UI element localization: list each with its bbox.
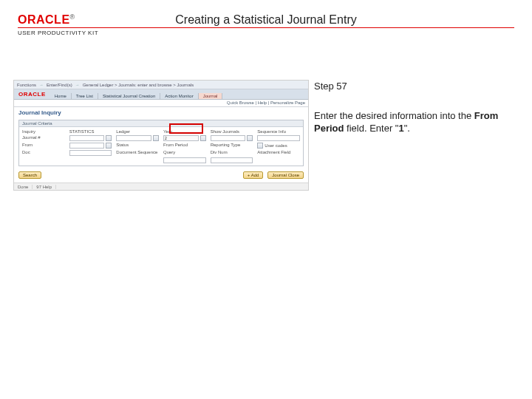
breadcrumb: Functions → Enter/Find(s) → General Ledg… bbox=[14, 81, 308, 89]
lbl-doc-seq: Document Sequence bbox=[116, 150, 159, 156]
criteria-block-header: Journal Criteria bbox=[19, 120, 303, 127]
journal-input[interactable] bbox=[69, 135, 105, 141]
browser-status-bar: Done 97 Help bbox=[14, 183, 308, 190]
add-fav-button[interactable]: + Add bbox=[243, 171, 264, 179]
crumb-sep2: → bbox=[75, 83, 80, 87]
tab-home[interactable]: Home bbox=[50, 93, 72, 99]
tab-action-monitor[interactable]: Action Monitor bbox=[160, 93, 198, 99]
app-footer: Search + Add Journal Close bbox=[14, 169, 308, 180]
instr-bold-value: 1 bbox=[398, 123, 403, 134]
instr-seg2: field. Enter " bbox=[344, 123, 398, 134]
doc-input[interactable] bbox=[69, 150, 112, 156]
app-tabbar: ORACLE Home Tree List Statistical Journa… bbox=[14, 89, 308, 100]
journal-close-button[interactable]: Journal Close bbox=[267, 171, 304, 179]
instruction-text: Enter the desired information into the F… bbox=[314, 109, 514, 135]
app-page-title: Journal Inquiry bbox=[14, 107, 308, 118]
crumb-b: Enter/Find(s) bbox=[47, 83, 72, 87]
lbl-ledger: Ledger bbox=[116, 129, 159, 134]
crumb-a: Functions bbox=[17, 83, 36, 87]
tab-tree-list[interactable]: Tree List bbox=[72, 93, 98, 99]
instr-seg1: Enter the desired information into the bbox=[314, 110, 474, 121]
lbl-year: Year bbox=[163, 129, 206, 134]
instruction-panel: Step 57 Enter the desired information in… bbox=[314, 80, 514, 135]
lov-icon[interactable] bbox=[106, 135, 112, 141]
step-label: Step 57 bbox=[314, 80, 514, 93]
crumb-sep1: → bbox=[39, 83, 44, 87]
search-button[interactable]: Search bbox=[18, 171, 41, 179]
lov-icon[interactable] bbox=[247, 135, 253, 141]
brand-sub: USER PRODUCTIVITY KIT bbox=[18, 27, 514, 36]
lbl-div-num: Div Num bbox=[211, 150, 253, 156]
ledger-input[interactable] bbox=[116, 135, 151, 141]
instr-seg3: ". bbox=[404, 123, 410, 134]
from-input[interactable] bbox=[69, 143, 105, 149]
lbl-query: Query bbox=[163, 150, 206, 156]
lbl-doc: Doc bbox=[22, 150, 65, 156]
status-help: 97 Help bbox=[33, 185, 56, 189]
lbl-show-journals: Show Journals bbox=[211, 129, 253, 134]
lbl-inquiry: Inquiry bbox=[22, 129, 65, 134]
lov-icon[interactable] bbox=[153, 135, 159, 141]
div-num-input[interactable] bbox=[211, 157, 253, 163]
status-done: Done bbox=[14, 185, 33, 189]
lbl-attachment-field: Attachment Field bbox=[257, 150, 300, 156]
tab-journal[interactable]: Journal bbox=[199, 93, 223, 99]
app-screenshot: Functions → Enter/Find(s) → General Ledg… bbox=[13, 80, 309, 191]
lbl-reporting-type: Reporting Type bbox=[211, 143, 253, 149]
year-input[interactable]: 2 bbox=[163, 135, 199, 141]
app-util-links[interactable]: Quick Browse | Help | Personalize Page bbox=[14, 100, 308, 107]
lbl-from: From bbox=[22, 143, 65, 149]
lov-icon[interactable] bbox=[200, 135, 206, 141]
lbl-status: Status bbox=[116, 143, 159, 149]
lbl-user-codes: User codes bbox=[265, 143, 287, 148]
lbl-from-period: From Period bbox=[163, 143, 206, 149]
lbl-sequence-info: Sequence Info bbox=[257, 129, 300, 134]
sequence-info-input[interactable] bbox=[257, 135, 300, 141]
tab-stat-journal[interactable]: Statistical Journal Creation bbox=[98, 93, 160, 99]
page-title: Creating a Statistical Journal Entry bbox=[18, 13, 514, 27]
criteria-block: Journal Criteria Inquiry STATISTICS Ledg… bbox=[18, 120, 304, 166]
crumb-c: General Ledger > Journals: enter and bro… bbox=[83, 83, 194, 87]
from-period-input[interactable] bbox=[163, 157, 206, 163]
lov-icon[interactable] bbox=[106, 143, 112, 149]
app-logo: ORACLE bbox=[14, 91, 50, 99]
show-journals-input[interactable] bbox=[211, 135, 246, 141]
lbl-journal: Journal # bbox=[22, 135, 65, 141]
checkbox-icon[interactable] bbox=[257, 143, 263, 149]
val-funds: STATISTICS bbox=[69, 129, 112, 134]
